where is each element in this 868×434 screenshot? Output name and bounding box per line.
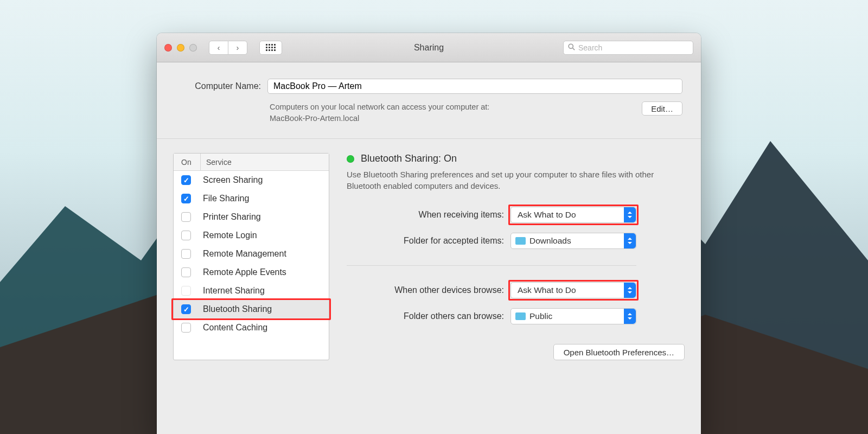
service-checkbox[interactable] [181, 231, 191, 240]
svg-point-3 [569, 44, 573, 48]
chevron-left-icon: ‹ [218, 43, 220, 52]
stepper-icon [624, 233, 636, 248]
search-icon [568, 43, 575, 53]
service-label: Internet Sharing [203, 286, 265, 296]
folder-icon [515, 312, 526, 320]
service-label: File Sharing [203, 194, 249, 203]
service-checkbox[interactable] [181, 304, 191, 314]
service-checkbox[interactable] [181, 267, 191, 277]
when-browse-select[interactable]: Ask What to Do [510, 282, 636, 298]
service-checkbox[interactable] [181, 194, 191, 203]
service-item[interactable]: Remote Login [174, 226, 329, 245]
service-item[interactable]: Internet Sharing [174, 282, 329, 300]
service-label: Screen Sharing [203, 175, 263, 185]
service-label: Remote Apple Events [203, 267, 286, 277]
grid-icon [266, 44, 276, 51]
when-receiving-label: When receiving items: [347, 210, 510, 220]
computer-name-input[interactable] [267, 79, 682, 94]
open-bluetooth-preferences-button[interactable]: Open Bluetooth Preferences… [553, 344, 685, 360]
column-service: Service [201, 154, 232, 170]
window-controls [164, 44, 197, 52]
service-label: Remote Management [203, 249, 286, 259]
detail-description: Use Bluetooth Sharing preferences and se… [347, 169, 685, 192]
computer-name-description: Computers on your local network can acce… [270, 101, 489, 124]
service-label: Bluetooth Sharing [203, 304, 272, 314]
services-header: On Service [174, 154, 329, 171]
service-detail: Bluetooth Sharing: On Use Bluetooth Shar… [347, 153, 685, 360]
folder-accepted-select[interactable]: Downloads [510, 233, 636, 249]
divider [347, 265, 636, 266]
service-item[interactable]: File Sharing [174, 189, 329, 208]
titlebar: ‹ › Sharing [157, 33, 701, 62]
service-label: Remote Login [203, 231, 257, 240]
edit-button[interactable]: Edit… [642, 101, 682, 116]
stepper-icon [624, 207, 636, 222]
show-all-button[interactable] [259, 41, 282, 55]
folder-browse-select[interactable]: Public [510, 308, 636, 324]
svg-line-4 [573, 48, 575, 50]
chevron-right-icon: › [237, 43, 239, 52]
forward-button[interactable]: › [228, 41, 247, 55]
service-item[interactable]: Screen Sharing [174, 171, 329, 189]
nav-buttons: ‹ › [209, 41, 247, 55]
close-button[interactable] [164, 44, 172, 52]
folder-accepted-label: Folder for accepted items: [347, 236, 510, 246]
computer-name-section: Computer Name: Computers on your local n… [157, 62, 701, 139]
service-checkbox[interactable] [181, 212, 191, 222]
folder-browse-label: Folder others can browse: [347, 311, 510, 321]
service-item[interactable]: Content Caching [174, 318, 329, 337]
service-checkbox[interactable] [181, 323, 191, 333]
service-checkbox[interactable] [181, 175, 191, 185]
zoom-button[interactable] [189, 44, 197, 52]
back-button[interactable]: ‹ [209, 41, 228, 55]
detail-title: Bluetooth Sharing: On [361, 153, 457, 164]
service-checkbox[interactable] [181, 249, 191, 259]
status-led-icon [347, 155, 354, 163]
when-browse-label: When other devices browse: [347, 285, 510, 295]
computer-name-label: Computer Name: [175, 81, 261, 91]
service-item[interactable]: Printer Sharing [174, 208, 329, 226]
search-input[interactable] [578, 43, 688, 52]
service-item[interactable]: Remote Apple Events [174, 263, 329, 282]
preferences-window: ‹ › Sharing Computer Name: Computers on … [157, 33, 701, 434]
service-label: Content Caching [203, 323, 267, 333]
service-item[interactable]: Bluetooth Sharing [174, 300, 329, 318]
when-receiving-select[interactable]: Ask What to Do [510, 207, 636, 223]
service-item[interactable]: Remote Management [174, 245, 329, 263]
stepper-icon [624, 309, 636, 324]
service-label: Printer Sharing [203, 212, 261, 222]
folder-icon [515, 237, 526, 245]
column-on: On [174, 154, 201, 170]
services-list: On Service Screen SharingFile SharingPri… [173, 153, 329, 360]
search-field[interactable] [563, 41, 693, 55]
service-checkbox[interactable] [181, 286, 191, 296]
stepper-icon [624, 283, 636, 298]
minimize-button[interactable] [177, 44, 184, 52]
